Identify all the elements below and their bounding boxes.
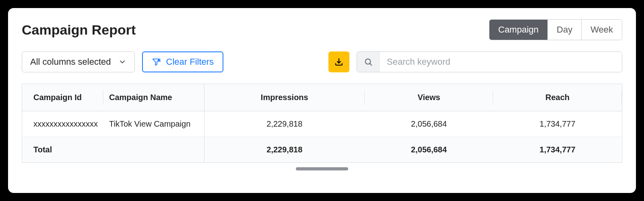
col-header-label: Impressions (261, 93, 308, 102)
columns-dropdown[interactable]: All columns selected (22, 51, 135, 72)
chevron-down-icon (118, 58, 126, 66)
header-separator (621, 90, 622, 105)
view-toggle-day[interactable]: Day (548, 20, 582, 40)
col-header-reach[interactable]: Reach (493, 84, 622, 111)
footer-total-label: Total (22, 137, 204, 163)
search-input[interactable] (380, 52, 622, 72)
col-header-label: Campaign Name (109, 93, 172, 102)
table-footer-row: Total 2,229,818 2,056,684 1,734,777 (22, 137, 622, 163)
cell-campaign-id: xxxxxxxxxxxxxxxx (22, 111, 104, 137)
search-icon (364, 57, 373, 66)
svg-line-5 (369, 64, 371, 65)
view-toggle-week[interactable]: Week (582, 20, 622, 40)
table-row[interactable]: xxxxxxxxxxxxxxxx TikTok View Campaign 2,… (22, 111, 622, 137)
horizontal-scrollbar[interactable] (296, 167, 348, 170)
view-toggle-campaign[interactable]: Campaign (489, 20, 548, 40)
clear-filters-label: Clear Filters (166, 57, 214, 67)
cell-impressions: 2,229,818 (204, 111, 365, 137)
download-icon (334, 57, 344, 67)
search-icon-box (357, 52, 380, 72)
col-header-impressions[interactable]: Impressions (204, 84, 365, 111)
col-header-label: Reach (545, 93, 570, 102)
table-header-row: Campaign Id Campaign Name Impressions Vi… (22, 84, 622, 111)
col-header-label: Campaign Id (33, 93, 82, 102)
columns-dropdown-label: All columns selected (30, 57, 111, 67)
view-toggle-group: Campaign Day Week (489, 19, 622, 40)
col-header-campaign-name[interactable]: Campaign Name (103, 84, 204, 111)
footer-impressions: 2,229,818 (204, 137, 365, 163)
search-wrap (357, 51, 622, 72)
campaign-table: Campaign Id Campaign Name Impressions Vi… (22, 84, 622, 163)
cell-reach: 1,734,777 (493, 111, 622, 137)
col-header-label: Views (417, 93, 440, 102)
filter-icon (152, 57, 161, 66)
clear-filters-button[interactable]: Clear Filters (142, 51, 224, 72)
cell-views: 2,056,684 (365, 111, 493, 137)
col-header-campaign-id[interactable]: Campaign Id (22, 84, 104, 111)
download-button[interactable] (328, 51, 349, 72)
footer-views: 2,056,684 (365, 137, 493, 163)
page-title: Campaign Report (22, 22, 136, 38)
col-header-views[interactable]: Views (365, 84, 493, 111)
header-row: Campaign Report Campaign Day Week (22, 19, 622, 40)
cell-campaign-name: TikTok View Campaign (103, 111, 204, 137)
footer-reach: 1,734,777 (493, 137, 622, 163)
report-panel: Campaign Report Campaign Day Week All co… (8, 8, 636, 193)
toolbar: All columns selected Clear Filters (22, 51, 622, 72)
